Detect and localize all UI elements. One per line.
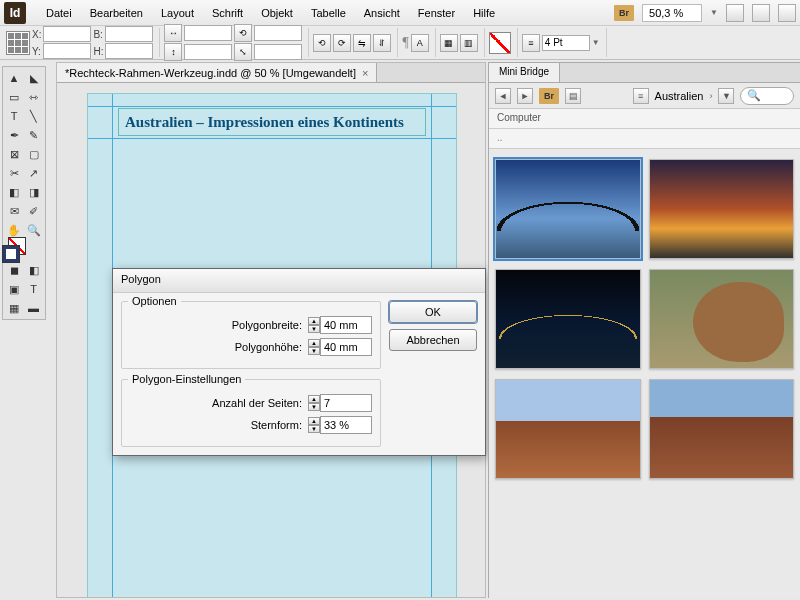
menu-layout[interactable]: Layout: [153, 3, 202, 23]
reference-point-icon[interactable]: [6, 31, 30, 55]
scissors-tool-icon[interactable]: ✂: [5, 164, 23, 182]
pencil-tool-icon[interactable]: ✎: [25, 126, 43, 144]
gradient-feather-tool-icon[interactable]: ◨: [25, 183, 43, 201]
zoom-dropdown-icon[interactable]: ▼: [710, 8, 718, 17]
x-input[interactable]: [43, 26, 91, 42]
flip-v-icon[interactable]: ⥯: [373, 34, 391, 52]
y-label: Y:: [32, 46, 41, 57]
view-options-icon[interactable]: [726, 4, 744, 22]
fill-none-swatch[interactable]: [489, 32, 511, 54]
spinner-up-icon[interactable]: ▲: [308, 417, 320, 425]
formatting-container-icon[interactable]: ▣: [5, 280, 23, 298]
rotate-input[interactable]: [254, 25, 302, 41]
h-label: H:: [93, 46, 103, 57]
thumbnail-grid: [489, 149, 800, 598]
char-style-icon[interactable]: A: [411, 34, 429, 52]
thumbnail[interactable]: [495, 379, 641, 479]
spinner-down-icon[interactable]: ▼: [308, 347, 320, 355]
normal-view-icon[interactable]: ▦: [5, 299, 23, 317]
path-icon[interactable]: ≡: [633, 88, 649, 104]
stroke-dropdown-icon[interactable]: ▼: [592, 38, 600, 47]
gap-tool-icon[interactable]: ⇿: [25, 88, 43, 106]
menu-hilfe[interactable]: Hilfe: [465, 3, 503, 23]
direct-selection-tool-icon[interactable]: ◣: [25, 69, 43, 87]
spinner-up-icon[interactable]: ▲: [308, 395, 320, 403]
document-tab[interactable]: *Rechteck-Rahmen-Werkzeug.indd @ 50 % [U…: [57, 63, 377, 82]
text-wrap-icon[interactable]: ▦: [440, 34, 458, 52]
height-input[interactable]: [105, 43, 153, 59]
thumbnail[interactable]: [649, 379, 795, 479]
shear-icon[interactable]: ⤡: [234, 43, 252, 61]
close-icon[interactable]: ×: [362, 67, 368, 79]
eyedropper-tool-icon[interactable]: ✐: [25, 202, 43, 220]
nav-forward-icon[interactable]: ►: [517, 88, 533, 104]
star-input[interactable]: [320, 416, 372, 434]
formatting-text-icon[interactable]: T: [25, 280, 43, 298]
flip-h-icon[interactable]: ⇋: [353, 34, 371, 52]
paragraph-style-icon[interactable]: ¶: [402, 35, 408, 51]
scale-x-input[interactable]: [184, 25, 232, 41]
rotate-icon[interactable]: ⟲: [234, 24, 252, 42]
spinner-up-icon[interactable]: ▲: [308, 317, 320, 325]
sides-input[interactable]: [320, 394, 372, 412]
mini-bridge-tab[interactable]: Mini Bridge: [489, 63, 560, 82]
mini-bridge-nav: ◄ ► Br ▤ ≡ Australien › ▼ 🔍: [489, 83, 800, 109]
scale-y-input[interactable]: [184, 44, 232, 60]
spinner-up-icon[interactable]: ▲: [308, 339, 320, 347]
apply-gradient-icon[interactable]: ◧: [25, 261, 43, 279]
thumbnail[interactable]: [495, 269, 641, 369]
stroke-weight-input[interactable]: [542, 35, 590, 51]
breadcrumb[interactable]: Computer: [489, 109, 800, 129]
rectangle-frame-tool-icon[interactable]: ⊠: [5, 145, 23, 163]
cancel-button[interactable]: Abbrechen: [389, 329, 477, 351]
width-input[interactable]: [105, 26, 153, 42]
menu-fenster[interactable]: Fenster: [410, 3, 463, 23]
y-input[interactable]: [43, 43, 91, 59]
menu-tabelle[interactable]: Tabelle: [303, 3, 354, 23]
filter-icon[interactable]: ▼: [718, 88, 734, 104]
bridge-app-icon[interactable]: Br: [539, 88, 559, 104]
rotate-ccw-icon[interactable]: ⟲: [313, 34, 331, 52]
polygon-height-input[interactable]: [320, 338, 372, 356]
spinner-down-icon[interactable]: ▼: [308, 425, 320, 433]
view-icon[interactable]: ▤: [565, 88, 581, 104]
rectangle-tool-icon[interactable]: ▢: [25, 145, 43, 163]
type-tool-icon[interactable]: T: [5, 107, 23, 125]
arrange-icon[interactable]: [778, 4, 796, 22]
rotate-cw-icon[interactable]: ⟳: [333, 34, 351, 52]
ok-button[interactable]: OK: [389, 301, 477, 323]
bridge-icon[interactable]: Br: [614, 5, 634, 21]
shear-input[interactable]: [254, 44, 302, 60]
thumbnail[interactable]: [649, 269, 795, 369]
apply-color-icon[interactable]: ◼: [5, 261, 23, 279]
menu-ansicht[interactable]: Ansicht: [356, 3, 408, 23]
page-tool-icon[interactable]: ▭: [5, 88, 23, 106]
spinner-down-icon[interactable]: ▼: [308, 325, 320, 333]
scale-y-icon[interactable]: ↕: [164, 43, 182, 61]
fill-stroke-swatches[interactable]: [5, 240, 23, 260]
zoom-level[interactable]: 50,3 %: [642, 4, 702, 22]
gradient-swatch-tool-icon[interactable]: ◧: [5, 183, 23, 201]
menu-schrift[interactable]: Schrift: [204, 3, 251, 23]
scale-x-icon[interactable]: ↔: [164, 24, 182, 42]
thumbnail[interactable]: [649, 159, 795, 259]
thumbnail[interactable]: [495, 159, 641, 259]
line-tool-icon[interactable]: ╲: [25, 107, 43, 125]
spinner-down-icon[interactable]: ▼: [308, 403, 320, 411]
menu-bearbeiten[interactable]: Bearbeiten: [82, 3, 151, 23]
selection-tool-icon[interactable]: ▲: [5, 69, 23, 87]
preview-view-icon[interactable]: ▬: [25, 299, 43, 317]
screen-mode-icon[interactable]: [752, 4, 770, 22]
nav-back-icon[interactable]: ◄: [495, 88, 511, 104]
path-tail[interactable]: Australien: [655, 90, 704, 102]
polygon-width-input[interactable]: [320, 316, 372, 334]
search-input[interactable]: 🔍: [740, 87, 794, 105]
menu-datei[interactable]: Datei: [38, 3, 80, 23]
menu-bar: Id Datei Bearbeiten Layout Schrift Objek…: [0, 0, 800, 26]
pen-tool-icon[interactable]: ✒: [5, 126, 23, 144]
menu-objekt[interactable]: Objekt: [253, 3, 301, 23]
note-tool-icon[interactable]: ✉: [5, 202, 23, 220]
transform-tool-icon[interactable]: ↗: [25, 164, 43, 182]
text-wrap2-icon[interactable]: ▥: [460, 34, 478, 52]
zoom-tool-icon[interactable]: 🔍: [25, 221, 43, 239]
